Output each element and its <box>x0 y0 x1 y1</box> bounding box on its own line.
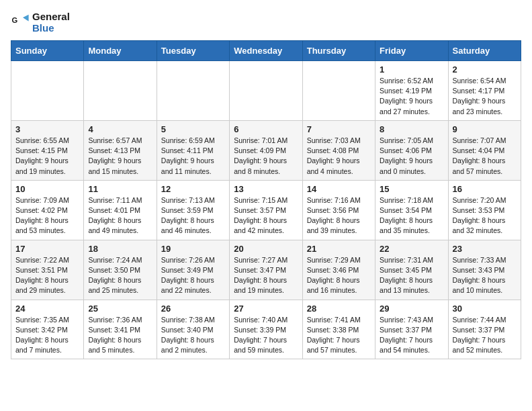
sunset-text: Sunset: 4:06 PM <box>380 146 443 156</box>
day-info: Sunrise: 7:11 AMSunset: 4:01 PMDaylight:… <box>88 195 152 236</box>
daylight-line2: and 54 minutes. <box>380 345 443 355</box>
day-cell: 29Sunrise: 7:43 AMSunset: 3:37 PMDayligh… <box>375 300 448 359</box>
daylight-line2: and 15 minutes. <box>88 167 152 177</box>
day-number: 11 <box>88 184 152 194</box>
sunset-text: Sunset: 3:53 PM <box>453 205 517 216</box>
daylight-line2: and 11 minutes. <box>161 167 225 177</box>
day-number: 5 <box>161 124 225 134</box>
day-number: 25 <box>88 304 152 314</box>
day-info: Sunrise: 7:36 AMSunset: 3:41 PMDaylight:… <box>88 315 152 356</box>
day-info: Sunrise: 7:43 AMSunset: 3:37 PMDaylight:… <box>380 315 443 356</box>
daylight-line2: and 53 minutes. <box>15 226 79 236</box>
day-info: Sunrise: 6:54 AMSunset: 4:17 PMDaylight:… <box>453 76 517 117</box>
day-cell: 24Sunrise: 7:35 AMSunset: 3:42 PMDayligh… <box>11 300 84 359</box>
daylight-line1: Daylight: 9 hours <box>380 156 443 166</box>
weekday-header-tuesday: Tuesday <box>157 41 229 61</box>
day-number: 23 <box>453 244 517 254</box>
sunset-text: Sunset: 3:56 PM <box>307 205 371 216</box>
sunrise-text: Sunrise: 7:16 AM <box>307 195 371 205</box>
day-info: Sunrise: 7:29 AMSunset: 3:46 PMDaylight:… <box>307 255 371 296</box>
daylight-line1: Daylight: 8 hours <box>307 216 371 226</box>
daylight-line1: Daylight: 8 hours <box>161 216 225 226</box>
sunrise-text: Sunrise: 7:27 AM <box>234 255 298 265</box>
day-cell <box>84 61 157 121</box>
day-cell: 19Sunrise: 7:26 AMSunset: 3:49 PMDayligh… <box>157 240 229 300</box>
daylight-line1: Daylight: 8 hours <box>453 216 517 226</box>
sunrise-text: Sunrise: 7:43 AM <box>380 315 443 325</box>
day-cell <box>11 61 84 121</box>
day-number: 18 <box>88 244 152 254</box>
daylight-line2: and 52 minutes. <box>453 345 517 355</box>
day-number: 28 <box>307 304 371 314</box>
sunset-text: Sunset: 3:49 PM <box>161 265 225 275</box>
day-cell: 2Sunrise: 6:54 AMSunset: 4:17 PMDaylight… <box>448 61 521 121</box>
header: G General Blue <box>11 11 521 34</box>
sunrise-text: Sunrise: 7:44 AM <box>453 315 517 325</box>
day-number: 14 <box>307 184 371 194</box>
day-info: Sunrise: 7:44 AMSunset: 3:37 PMDaylight:… <box>453 315 517 356</box>
day-info: Sunrise: 7:05 AMSunset: 4:06 PMDaylight:… <box>380 136 443 177</box>
day-number: 27 <box>234 304 298 314</box>
calendar: SundayMondayTuesdayWednesdayThursdayFrid… <box>11 40 521 359</box>
day-number: 26 <box>161 304 225 314</box>
daylight-line1: Daylight: 9 hours <box>15 156 79 166</box>
day-cell: 21Sunrise: 7:29 AMSunset: 3:46 PMDayligh… <box>302 240 375 300</box>
sunrise-text: Sunrise: 6:57 AM <box>88 136 152 146</box>
sunrise-text: Sunrise: 7:18 AM <box>380 195 443 205</box>
logo-icon: G <box>11 13 30 32</box>
day-number: 10 <box>15 184 79 194</box>
day-number: 13 <box>234 184 298 194</box>
day-cell: 12Sunrise: 7:13 AMSunset: 3:59 PMDayligh… <box>157 180 229 240</box>
daylight-line1: Daylight: 8 hours <box>15 275 79 285</box>
day-info: Sunrise: 7:22 AMSunset: 3:51 PMDaylight:… <box>15 255 79 296</box>
day-cell: 26Sunrise: 7:38 AMSunset: 3:40 PMDayligh… <box>157 300 229 359</box>
daylight-line1: Daylight: 7 hours <box>380 335 443 345</box>
day-number: 19 <box>161 244 225 254</box>
day-number: 16 <box>453 184 517 194</box>
day-cell: 5Sunrise: 6:59 AMSunset: 4:11 PMDaylight… <box>157 120 229 180</box>
day-cell: 10Sunrise: 7:09 AMSunset: 4:02 PMDayligh… <box>11 180 84 240</box>
daylight-line2: and 19 minutes. <box>234 285 298 295</box>
sunrise-text: Sunrise: 7:13 AM <box>161 195 225 205</box>
day-cell: 28Sunrise: 7:41 AMSunset: 3:38 PMDayligh… <box>302 300 375 359</box>
weekday-header-monday: Monday <box>84 41 157 61</box>
day-info: Sunrise: 7:24 AMSunset: 3:50 PMDaylight:… <box>88 255 152 296</box>
daylight-line1: Daylight: 9 hours <box>161 156 225 166</box>
day-cell: 25Sunrise: 7:36 AMSunset: 3:41 PMDayligh… <box>84 300 157 359</box>
day-number: 1 <box>380 64 443 75</box>
sunset-text: Sunset: 3:37 PM <box>380 325 443 335</box>
sunrise-text: Sunrise: 7:24 AM <box>88 255 152 265</box>
daylight-line2: and 23 minutes. <box>453 107 517 117</box>
weekday-header-row: SundayMondayTuesdayWednesdayThursdayFrid… <box>11 41 521 61</box>
daylight-line2: and 4 minutes. <box>307 167 371 177</box>
sunrise-text: Sunrise: 7:20 AM <box>453 195 517 205</box>
sunrise-text: Sunrise: 7:36 AM <box>88 315 152 325</box>
day-cell: 13Sunrise: 7:15 AMSunset: 3:57 PMDayligh… <box>230 180 302 240</box>
daylight-line2: and 22 minutes. <box>161 285 225 295</box>
daylight-line2: and 57 minutes. <box>453 167 517 177</box>
daylight-line2: and 32 minutes. <box>453 226 517 236</box>
day-cell: 30Sunrise: 7:44 AMSunset: 3:37 PMDayligh… <box>448 300 521 359</box>
day-number: 22 <box>380 244 443 254</box>
daylight-line1: Daylight: 8 hours <box>88 216 152 226</box>
daylight-line2: and 7 minutes. <box>15 345 79 355</box>
daylight-line1: Daylight: 8 hours <box>88 335 152 345</box>
daylight-line2: and 19 minutes. <box>15 167 79 177</box>
day-info: Sunrise: 7:26 AMSunset: 3:49 PMDaylight:… <box>161 255 225 296</box>
daylight-line1: Daylight: 8 hours <box>161 335 225 345</box>
daylight-line2: and 13 minutes. <box>380 285 443 295</box>
day-info: Sunrise: 7:41 AMSunset: 3:38 PMDaylight:… <box>307 315 371 356</box>
sunrise-text: Sunrise: 7:40 AM <box>234 315 298 325</box>
sunrise-text: Sunrise: 6:52 AM <box>380 76 443 86</box>
sunset-text: Sunset: 3:46 PM <box>307 265 371 275</box>
sunrise-text: Sunrise: 7:09 AM <box>15 195 79 205</box>
daylight-line1: Daylight: 8 hours <box>88 275 152 285</box>
day-info: Sunrise: 6:55 AMSunset: 4:15 PMDaylight:… <box>15 136 79 177</box>
sunset-text: Sunset: 3:51 PM <box>15 265 79 275</box>
sunset-text: Sunset: 4:08 PM <box>307 146 371 156</box>
weekday-header-thursday: Thursday <box>302 41 375 61</box>
daylight-line1: Daylight: 9 hours <box>307 156 371 166</box>
daylight-line2: and 0 minutes. <box>380 167 443 177</box>
day-cell: 17Sunrise: 7:22 AMSunset: 3:51 PMDayligh… <box>11 240 84 300</box>
week-row-5: 24Sunrise: 7:35 AMSunset: 3:42 PMDayligh… <box>11 300 521 359</box>
